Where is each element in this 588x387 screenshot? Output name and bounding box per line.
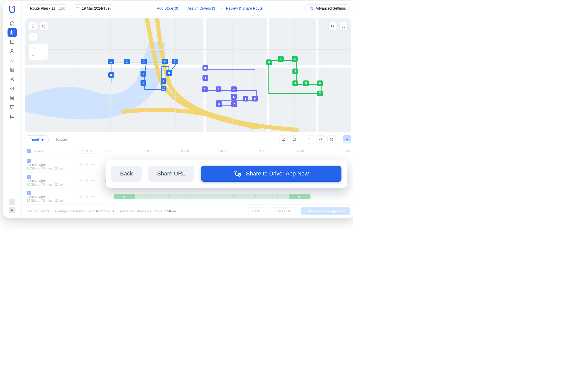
advanced-settings-button[interactable]: Advanced Settings: [305, 4, 350, 12]
sidebar-item-analytics[interactable]: [8, 56, 17, 65]
stop-pin[interactable]: 6: [317, 80, 323, 86]
zoom-in-button[interactable]: +: [29, 44, 37, 52]
play-store-badge[interactable]: ▶: [9, 207, 15, 213]
lock-icon[interactable]: [85, 163, 88, 166]
feedback-icon: [10, 105, 15, 110]
tab-routes[interactable]: Routes: [51, 135, 72, 143]
undo-button[interactable]: [306, 135, 314, 144]
svg-rect-17: [79, 195, 81, 198]
stop-pin[interactable]: 1: [278, 56, 284, 62]
sidebar-item-target[interactable]: [8, 84, 17, 93]
export-button[interactable]: [279, 135, 288, 144]
plan-name-chip[interactable]: Route Plan - 11 Edit: [27, 4, 68, 12]
sidebar-item-home[interactable]: [8, 18, 17, 28]
pan-tool-button[interactable]: [29, 22, 37, 30]
collapse-button[interactable]: [343, 135, 351, 144]
sidebar-item-user[interactable]: [8, 46, 17, 56]
stop-pin[interactable]: 8: [243, 96, 248, 101]
calendar-icon[interactable]: [79, 163, 82, 166]
sidebar-item-list[interactable]: [8, 37, 17, 46]
interval-selector[interactable]: ⏱ 30 min: [79, 149, 96, 154]
lock-icon[interactable]: [85, 195, 88, 199]
modal-back-button[interactable]: Back: [111, 166, 142, 182]
route-icon: [234, 170, 241, 178]
sidebar-item-routes[interactable]: [8, 28, 17, 37]
driver-checkbox[interactable]: [27, 175, 31, 179]
stop-pin[interactable]: 3: [292, 69, 298, 74]
stop-pin[interactable]: 4: [292, 80, 298, 86]
fullscreen-button[interactable]: [339, 22, 348, 30]
app-store-badge[interactable]: [9, 199, 15, 205]
stop-pin[interactable]: 4: [231, 86, 237, 92]
calendar-icon[interactable]: [79, 179, 82, 182]
print-button[interactable]: [290, 135, 298, 144]
stop-pin[interactable]: 9: [161, 78, 166, 84]
edit-link[interactable]: Edit: [58, 6, 65, 10]
history-button[interactable]: [327, 135, 336, 144]
summary-share-app-button[interactable]: Share To Driver App Now: [301, 207, 350, 215]
sidebar-item-settings[interactable]: [8, 74, 17, 84]
tab-timeline[interactable]: Timeline: [25, 135, 48, 143]
stop-pin[interactable]: 7: [172, 59, 178, 64]
stop-pin[interactable]: 5: [141, 80, 146, 86]
search-map-button[interactable]: [328, 22, 337, 30]
stop-pin[interactable]: 5: [231, 94, 237, 100]
stop-pin[interactable]: 1: [202, 75, 208, 81]
driver-name: Jane Cooper: [27, 195, 79, 199]
analytics-icon: [10, 58, 15, 63]
lock-icon[interactable]: [85, 179, 88, 182]
user-icon: [10, 49, 15, 54]
timeline-track: 1234567: [104, 194, 350, 199]
date-chip[interactable]: 19 Mar 2024(Tue): [72, 4, 114, 12]
stop-pin[interactable]: 5: [303, 80, 309, 86]
driver-checkbox[interactable]: [27, 159, 31, 163]
date-text: 19 Mar 2024(Tue): [82, 6, 111, 10]
more-icon[interactable]: •••: [91, 163, 96, 166]
stop-pin[interactable]: 6: [162, 59, 168, 64]
stop-pin[interactable]: 7: [231, 101, 237, 107]
map[interactable]: + − 123456789101234567891234567: [25, 18, 351, 133]
calendar-icon[interactable]: [79, 195, 82, 199]
crumb-add-stops[interactable]: Add Stops(0): [157, 6, 178, 10]
modal-share-app-button[interactable]: Share to Driver App Now: [201, 166, 341, 182]
driver-checkbox[interactable]: [27, 191, 31, 195]
redo-button[interactable]: [317, 135, 325, 144]
summary-back-button[interactable]: Back: [248, 207, 264, 215]
summary-share-url-button[interactable]: Share URL: [270, 207, 295, 215]
zoom-out-button[interactable]: −: [29, 52, 37, 60]
route-home-pin[interactable]: [202, 65, 208, 71]
crumb-review[interactable]: Review & Share Route: [226, 6, 263, 10]
route-home-pin[interactable]: [266, 59, 272, 65]
select-all-checkbox[interactable]: [27, 149, 31, 153]
stop-pin[interactable]: 2: [292, 56, 298, 62]
topbar: Route Plan - 11 Edit 19 Mar 2024(Tue) Ad…: [22, 1, 353, 16]
more-icon[interactable]: •••: [91, 179, 96, 182]
tick: 07:00: [104, 150, 143, 153]
stop-pin[interactable]: 10: [161, 86, 166, 91]
tick: 08:30: [219, 150, 258, 153]
stop-pin[interactable]: 4: [141, 71, 146, 77]
settings-icon: [10, 77, 15, 82]
chevron-right-icon: ›: [221, 6, 222, 10]
sidebar-item-store[interactable]: [8, 65, 17, 74]
crumb-assign-drivers[interactable]: Assign Drivers (3): [188, 6, 216, 10]
stop-pin[interactable]: 1: [108, 59, 114, 64]
svg-point-20: [239, 174, 240, 175]
stop-pin[interactable]: 9: [252, 96, 258, 101]
sidebar-item-contacts[interactable]: [8, 93, 17, 103]
stop-pin[interactable]: 7: [317, 91, 323, 96]
stop-pin[interactable]: 2: [124, 59, 130, 64]
stop-pin[interactable]: 3: [216, 86, 221, 92]
driver-row: Jane Cooper16 Stops · 46 mins · 22 mi•••…: [25, 189, 351, 205]
sidebar-item-chat[interactable]: [8, 112, 17, 121]
more-icon[interactable]: •••: [91, 195, 96, 199]
stop-pin[interactable]: 3: [141, 59, 147, 64]
polygon-tool-button[interactable]: [40, 22, 48, 30]
stop-pin[interactable]: 6: [216, 101, 222, 107]
stop-pin[interactable]: 2: [202, 86, 208, 92]
locate-button[interactable]: [29, 33, 37, 41]
route-home-pin[interactable]: [108, 72, 114, 78]
stop-pin[interactable]: 8: [166, 70, 172, 76]
modal-share-url-button[interactable]: Share URL: [148, 166, 194, 182]
sidebar-item-feedback[interactable]: [8, 103, 17, 112]
